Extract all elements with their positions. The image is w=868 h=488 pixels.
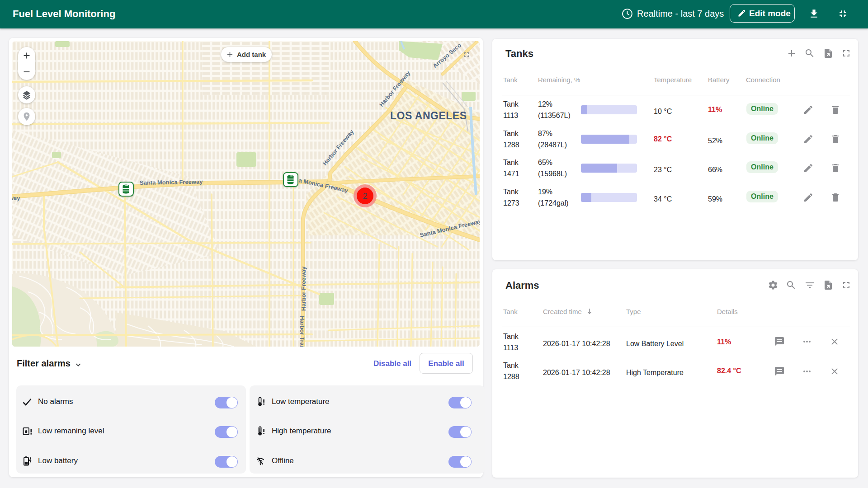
svg-text:Harbor Transitway: Harbor Transitway (299, 316, 306, 347)
svg-text:LOS ANGELES: LOS ANGELES (390, 110, 467, 122)
svg-text:Harbor Freeway: Harbor Freeway (300, 266, 307, 311)
svg-text:Santa Monica Freeway: Santa Monica Freeway (140, 178, 203, 186)
